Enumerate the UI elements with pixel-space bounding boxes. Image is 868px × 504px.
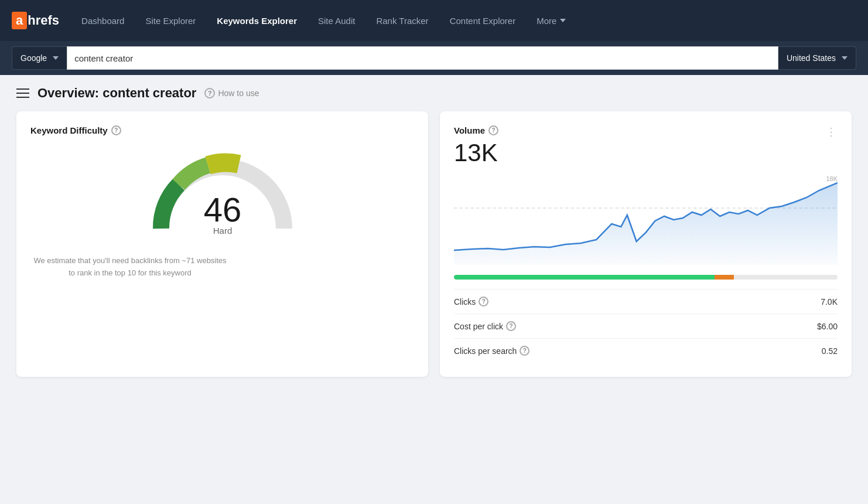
nav-dashboard[interactable]: Dashboard [73,11,132,30]
metric-clicks-label: Clicks ? [454,297,488,307]
navbar: a hrefs Dashboard Site Explorer Keywords… [0,0,868,41]
volume-header: Volume ? 13K ⋮ [454,125,838,174]
engine-chevron-icon [53,56,59,60]
metric-cps-value: 0.52 [822,346,838,356]
logo[interactable]: a hrefs [12,12,59,29]
country-chevron-icon [842,56,848,60]
keyword-difficulty-card: Keyword Difficulty ? 46 Hard We estimate… [16,111,428,377]
engine-selector[interactable]: Google [12,46,67,70]
progress-orange [715,275,734,280]
country-selector[interactable]: United States [778,46,856,70]
search-input[interactable] [74,53,771,63]
metric-clicks: Clicks ? 7.0K [454,289,838,314]
page-header: Overview: content creator ? How to use [0,75,868,111]
metric-cpc-value: $6.00 [817,322,838,331]
logo-a-letter: a [12,12,27,29]
more-chevron-icon [560,19,566,22]
volume-help-icon[interactable]: ? [488,125,498,135]
metric-cpc-label: Cost per click ? [454,321,516,331]
cpc-help-icon[interactable]: ? [506,321,516,331]
hamburger-menu[interactable] [16,88,29,98]
gauge-container: 46 Hard [30,138,414,243]
search-input-wrapper [67,46,778,70]
volume-title-group: Volume ? 13K [454,125,498,174]
gauge-value-text: 46 [203,190,241,229]
progress-green [454,275,715,280]
volume-card: Volume ? 13K ⋮ 18K [440,111,852,377]
metric-cpc: Cost per click ? $6.00 [454,314,838,338]
volume-card-title: Volume ? [454,125,498,135]
cps-help-icon[interactable]: ? [520,346,529,356]
clicks-help-icon[interactable]: ? [479,297,488,307]
kd-card-title: Keyword Difficulty ? [30,125,414,135]
engine-label: Google [20,53,47,63]
metric-clicks-value: 7.0K [821,297,838,307]
nav-content-explorer[interactable]: Content Explorer [442,11,524,30]
volume-dots-menu[interactable]: ⋮ [826,125,838,138]
gauge-label-text: Hard [213,226,232,236]
nav-site-audit[interactable]: Site Audit [310,11,363,30]
volume-chart-svg [454,174,838,265]
chart-label-18k: 18K [826,175,838,182]
page-title: Overview: content creator [37,86,196,101]
how-to-use-link[interactable]: ? How to use [204,88,259,98]
nav-rank-tracker[interactable]: Rank Tracker [368,11,436,30]
volume-value: 13K [454,139,498,167]
metric-cps: Clicks per search ? 0.52 [454,338,838,363]
chart-container: 18K [454,174,838,268]
progress-bar [454,275,838,280]
metric-cps-label: Clicks per search ? [454,346,529,356]
logo-hrefs-text: hrefs [28,13,59,28]
nav-keywords-explorer[interactable]: Keywords Explorer [209,11,305,30]
cards-row: Keyword Difficulty ? 46 Hard We estimate… [0,111,868,393]
gauge-svg: 46 Hard [146,149,299,237]
nav-site-explorer[interactable]: Site Explorer [137,11,204,30]
how-to-use-label: How to use [218,88,259,98]
search-bar: Google United States [0,41,868,75]
kd-help-icon[interactable]: ? [111,125,121,135]
country-label: United States [787,53,836,63]
nav-more[interactable]: More [528,11,574,30]
kd-footer: We estimate that you'll need backlinks f… [30,255,230,280]
how-to-use-help-icon: ? [204,88,215,98]
